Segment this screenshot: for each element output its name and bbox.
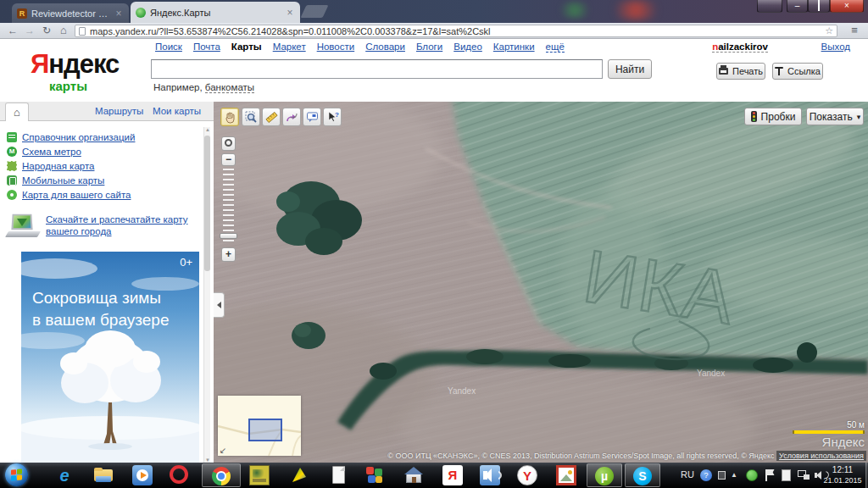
taskbar-skype-active[interactable]: S: [625, 463, 660, 487]
download-city-map[interactable]: Скачайте и распечатайте карту вашего гор…: [7, 214, 203, 239]
taskbar-yandex-icon[interactable]: Я: [442, 465, 463, 485]
tool-pan-hand-button[interactable]: [220, 108, 239, 126]
nav-more[interactable]: ещё: [546, 42, 565, 53]
tab1-close-icon[interactable]: ×: [114, 8, 124, 19]
taskbar-yandex-browser-icon[interactable]: Y: [517, 465, 537, 485]
print-button[interactable]: Печать: [716, 63, 765, 80]
url-text[interactable]: maps.yandex.ru/?ll=53.653874%2C56.214028…: [90, 26, 825, 36]
map-search-input[interactable]: [151, 59, 603, 79]
tray-hidden-icon[interactable]: [718, 471, 726, 480]
taskbar-graphics-app-icon[interactable]: [289, 465, 309, 485]
taskbar-ie-icon[interactable]: e: [54, 465, 75, 485]
sidebar-tab-mymaps[interactable]: Мои карты: [153, 106, 201, 116]
window-profile-button[interactable]: [757, 0, 782, 13]
tray-expand-icon[interactable]: ▲: [731, 471, 737, 479]
start-button[interactable]: [5, 463, 28, 486]
overview-minimap[interactable]: ↙: [218, 396, 301, 456]
browser-tab-reviewdetector[interactable]: R Reviewdetector -> Ответ ×: [12, 3, 129, 23]
scroll-up-icon[interactable]: ▲: [204, 127, 211, 132]
tool-ruler-button[interactable]: [262, 108, 281, 126]
nav-blogs[interactable]: Блоги: [416, 42, 442, 53]
taskbar-home-design-icon[interactable]: [403, 465, 424, 485]
username[interactable]: nailzackirov: [712, 42, 768, 53]
taskbar-document-icon[interactable]: [329, 465, 349, 485]
minimap-viewport-rect[interactable]: [248, 419, 282, 441]
tool-route-button[interactable]: [282, 108, 301, 126]
maps-logo-label[interactable]: карты: [49, 79, 87, 93]
tool-placemark-comment-button[interactable]: [303, 108, 321, 126]
wallpaper-smudge: [606, 0, 665, 20]
terms-of-use-link[interactable]: Условия использования: [776, 451, 866, 461]
scrollbar-thumb[interactable]: [204, 136, 210, 271]
sidebar-item-site-map[interactable]: Карта для вашего сайта: [7, 187, 198, 202]
nav-dictionaries[interactable]: Словари: [365, 42, 405, 53]
zoom-in-button[interactable]: +: [221, 247, 236, 262]
window-maximize-button[interactable]: [808, 0, 830, 13]
find-button[interactable]: Найти: [608, 59, 652, 79]
sidebar-item-org-directory[interactable]: Справочник организаций: [7, 130, 198, 145]
tray-language-indicator[interactable]: RU: [681, 469, 694, 480]
show-layers-button[interactable]: Показать ▾: [806, 108, 864, 125]
username-rest: ailzackirov: [718, 42, 768, 52]
ad-banner[interactable]: 0+ Сокровища зимы в вашем браузере: [21, 252, 199, 463]
sidebar-item-metro-scheme[interactable]: М Схема метро: [7, 144, 198, 159]
download-link[interactable]: Скачайте и распечатайте карту вашего гор…: [46, 214, 203, 239]
sidebar-collapse-button[interactable]: [214, 292, 225, 318]
tray-green-app-icon[interactable]: [746, 469, 758, 481]
new-tab-button[interactable]: [301, 5, 329, 18]
url-bar[interactable]: maps.yandex.ru/?ll=53.653874%2C56.214028…: [75, 25, 837, 37]
sidebar-tab-routes[interactable]: Маршруты: [95, 106, 143, 116]
taskbar-chrome-active[interactable]: [202, 463, 241, 487]
scale-label: 50 м: [793, 420, 865, 430]
reload-button[interactable]: ↻: [39, 24, 54, 37]
nav-search[interactable]: Поиск: [155, 42, 182, 53]
traffic-button[interactable]: Пробки: [744, 108, 802, 125]
logout-link[interactable]: Выход: [821, 42, 850, 52]
home-button[interactable]: ⌂: [56, 24, 71, 37]
hint-example-link[interactable]: банкоматы: [205, 82, 254, 93]
tray-help-icon[interactable]: ?: [700, 469, 712, 481]
locate-button[interactable]: [221, 136, 236, 151]
bookmark-star-icon[interactable]: ☆: [825, 25, 833, 36]
window-minimize-button[interactable]: –: [787, 0, 808, 13]
forward-button[interactable]: →: [22, 24, 37, 37]
nav-market[interactable]: Маркет: [273, 42, 306, 53]
taskbar-utorrent-active[interactable]: µ: [587, 463, 622, 487]
share-link-button[interactable]: Ссылка: [772, 63, 823, 80]
tab2-favicon: [136, 8, 146, 18]
tray-document-icon[interactable]: [782, 469, 791, 481]
nav-images[interactable]: Картинки: [493, 42, 535, 53]
taskbar-clock[interactable]: 12:11 21.01.2015: [821, 465, 865, 485]
taskbar-puzzle-app-icon[interactable]: [364, 465, 385, 485]
zoom-out-button[interactable]: −: [221, 153, 236, 166]
sidebar-item-mobile-maps[interactable]: Мобильные карты: [7, 173, 198, 188]
window-close-button[interactable]: ×: [830, 0, 864, 13]
nav-video[interactable]: Видео: [453, 42, 482, 53]
taskbar-opera-icon[interactable]: [170, 465, 188, 484]
sidebar-item-peoples-map[interactable]: Народная карта: [7, 158, 198, 174]
tab2-close-icon[interactable]: ×: [285, 8, 295, 18]
nav-news[interactable]: Новости: [317, 42, 355, 53]
browser-tabstrip: R Reviewdetector -> Ответ × Яндекс.Карты…: [0, 0, 868, 23]
cursor-question-icon: ?: [326, 111, 339, 124]
map-canvas[interactable]: ИКА Yandex Yandex: [214, 102, 868, 463]
browser-tab-yandex-maps[interactable]: Яндекс.Карты ×: [131, 2, 300, 23]
taskbar-media-player-icon[interactable]: [132, 465, 153, 485]
taskbar-volume-app-icon[interactable]: [480, 465, 500, 485]
tray-action-center-flag-icon[interactable]: [765, 469, 775, 481]
nav-mail[interactable]: Почта: [193, 42, 220, 53]
chrome-menu-icon[interactable]: ≡: [846, 24, 863, 37]
sidebar-tab-home[interactable]: ⌂: [5, 103, 29, 121]
back-button[interactable]: ←: [5, 24, 20, 37]
taskbar-map-app-icon[interactable]: [249, 465, 270, 485]
tray-network-icon[interactable]: [798, 470, 810, 480]
yandex-logo[interactable]: Яндекс: [31, 49, 119, 80]
sidebar-scrollbar[interactable]: ▲ ▼: [203, 127, 210, 463]
taskbar-explorer-icon[interactable]: [93, 465, 114, 485]
tool-inspect-button[interactable]: ?: [323, 108, 342, 126]
taskbar-image-viewer-icon[interactable]: [556, 465, 576, 485]
tool-zoom-select-button[interactable]: [242, 108, 260, 126]
org-directory-label: Справочник организаций: [22, 132, 135, 142]
zoom-slider-handle[interactable]: [220, 233, 237, 239]
minimap-collapse-icon[interactable]: ↙: [220, 446, 226, 455]
